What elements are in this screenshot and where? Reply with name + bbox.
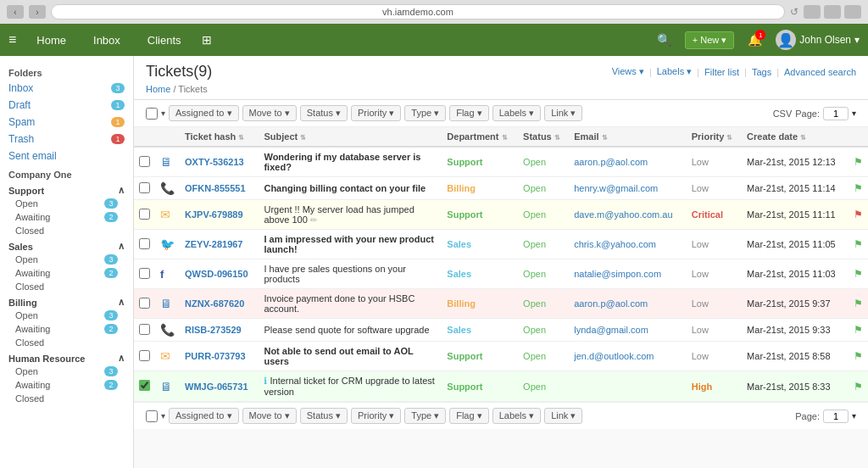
ticket-hash[interactable]: OXTY-536213 [180,147,259,177]
forward-button[interactable]: › [29,5,46,19]
bottom-type-button[interactable]: Type ▾ [404,408,446,424]
ticket-subject[interactable]: Wondering if my database server is fixed… [259,147,442,177]
views-button[interactable]: Views ▾ [612,66,644,77]
support-closed[interactable]: Closed [0,224,133,237]
ticket-action[interactable]: ⚑ [849,230,868,259]
menu-button[interactable] [844,5,861,19]
ticket-action[interactable]: ⚑ [849,147,868,177]
share-button[interactable] [804,5,821,19]
sidebar-item-trash[interactable]: Trash 1 [0,131,133,148]
row-checkbox[interactable] [139,350,150,361]
ticket-subject[interactable]: I have pre sales questions on your produ… [259,259,442,289]
sidebar-item-spam[interactable]: Spam 1 [0,114,133,131]
ticket-subject[interactable]: Please send quote for software upgrade [259,319,442,342]
notifications-bell[interactable]: 🔔 1 [748,33,762,47]
bottom-priority-button[interactable]: Priority ▾ [351,408,401,424]
billing-section[interactable]: Billing ∧ [0,293,133,309]
reload-icon[interactable]: ↺ [790,6,798,18]
bottom-move-to-button[interactable]: Move to ▾ [242,408,297,424]
ticket-hash[interactable]: NZNX-687620 [180,289,259,319]
row-checkbox[interactable] [139,268,150,279]
select-dropdown-icon[interactable]: ▾ [161,109,165,118]
action-flag-icon[interactable]: ⚑ [854,268,863,280]
action-flag-icon[interactable]: ⚑ [854,238,863,250]
bottom-flag-button[interactable]: Flag ▾ [449,408,488,424]
sales-open[interactable]: Open 3 [0,253,133,266]
row-checkbox[interactable] [139,380,150,391]
action-flag-icon[interactable]: ⚑ [854,350,863,362]
action-flag-icon[interactable]: ⚑ [854,381,863,393]
bottom-assigned-to-button[interactable]: Assigned to ▾ [169,408,239,424]
th-email[interactable]: Email ⇅ [569,127,687,147]
sales-section[interactable]: Sales ∧ [0,237,133,253]
labels-button[interactable]: Labels ▾ [492,105,541,121]
new-button[interactable]: + New ▾ [685,31,735,49]
th-department[interactable]: Department ⇅ [442,127,518,147]
move-to-button[interactable]: Move to ▾ [242,105,297,121]
grid-icon[interactable]: ⊞ [202,33,212,47]
action-flag-icon[interactable]: ⚑ [854,182,863,194]
ticket-action[interactable]: ⚑ [849,200,868,230]
hamburger-icon[interactable]: ≡ [8,32,16,47]
sidebar-item-inbox[interactable]: Inbox 3 [0,80,133,97]
action-flag-icon[interactable]: ⚑ [854,324,863,336]
breadcrumb-home[interactable]: Home [146,84,170,94]
sidebar-item-sent[interactable]: Sent email [0,148,133,164]
th-status[interactable]: Status ⇅ [518,127,569,147]
user-menu[interactable]: 👤 John Olsen ▾ [776,30,860,50]
row-checkbox[interactable] [139,156,150,167]
nav-home[interactable]: Home [30,31,73,50]
hr-open[interactable]: Open 3 [0,365,133,378]
bottom-link-button[interactable]: Link ▾ [544,408,582,424]
tags-button[interactable]: Tags [752,67,771,77]
tab-button[interactable] [824,5,841,19]
billing-open[interactable]: Open 3 [0,309,133,322]
support-section[interactable]: Support ∧ [0,181,133,197]
action-flag-icon[interactable]: ⚑ [854,156,863,168]
action-flag-icon[interactable]: ⚑ [854,209,863,220]
hr-closed[interactable]: Closed [0,392,133,405]
ticket-action[interactable]: ⚑ [849,371,868,402]
ticket-subject[interactable]: Invoice payment done to your HSBC accoun… [259,289,442,319]
address-bar[interactable]: vh.iamdemo.com [51,4,785,20]
ticket-hash[interactable]: OFKN-855551 [180,177,259,200]
ticket-subject[interactable]: I am impressed with your new product lau… [259,230,442,259]
ticket-action[interactable]: ⚑ [849,342,868,371]
filter-list-button[interactable]: Filter list [704,67,739,77]
row-checkbox[interactable] [139,182,150,193]
th-create-date[interactable]: Create date ⇅ [742,127,849,147]
ticket-subject[interactable]: Urgent !! My server load has jumped abov… [259,200,442,230]
bottom-page-dropdown-icon[interactable]: ▾ [852,411,856,421]
row-checkbox[interactable] [139,238,150,249]
sales-closed[interactable]: Closed [0,280,133,293]
page-input[interactable] [823,107,849,120]
bottom-page-input[interactable] [823,410,849,423]
support-open[interactable]: Open 3 [0,197,133,210]
select-all-checkbox[interactable] [146,108,158,120]
ticket-action[interactable]: ⚑ [849,319,868,342]
link-button[interactable]: Link ▾ [544,105,582,121]
bottom-status-button[interactable]: Status ▾ [300,408,348,424]
page-dropdown-icon[interactable]: ▾ [852,109,856,118]
ticket-hash[interactable]: WMJG-065731 [180,371,259,402]
advanced-search-button[interactable]: Advanced search [784,67,856,77]
sales-awaiting[interactable]: Awaiting 2 [0,266,133,280]
labels-button[interactable]: Labels ▾ [657,66,692,77]
sidebar-item-draft[interactable]: Draft 1 [0,97,133,114]
row-checkbox[interactable] [139,209,150,220]
ticket-hash[interactable]: PURR-073793 [180,342,259,371]
th-ticket-hash[interactable]: Ticket hash ⇅ [180,127,259,147]
status-button[interactable]: Status ▾ [300,105,348,121]
bottom-labels-button[interactable]: Labels ▾ [492,408,541,424]
hr-awaiting[interactable]: Awaiting 2 [0,378,133,392]
billing-closed[interactable]: Closed [0,336,133,349]
hr-section[interactable]: Human Resource ∧ [0,349,133,365]
back-button[interactable]: ‹ [7,5,24,19]
ticket-action[interactable]: ⚑ [849,177,868,200]
nav-inbox[interactable]: Inbox [86,31,127,50]
ticket-action[interactable]: ⚑ [849,289,868,319]
ticket-hash[interactable]: QWSD-096150 [180,259,259,289]
ticket-subject[interactable]: ℹInternal ticket for CRM upgrade to late… [259,371,442,402]
type-button[interactable]: Type ▾ [404,105,446,121]
assigned-to-button[interactable]: Assigned to ▾ [169,105,239,121]
